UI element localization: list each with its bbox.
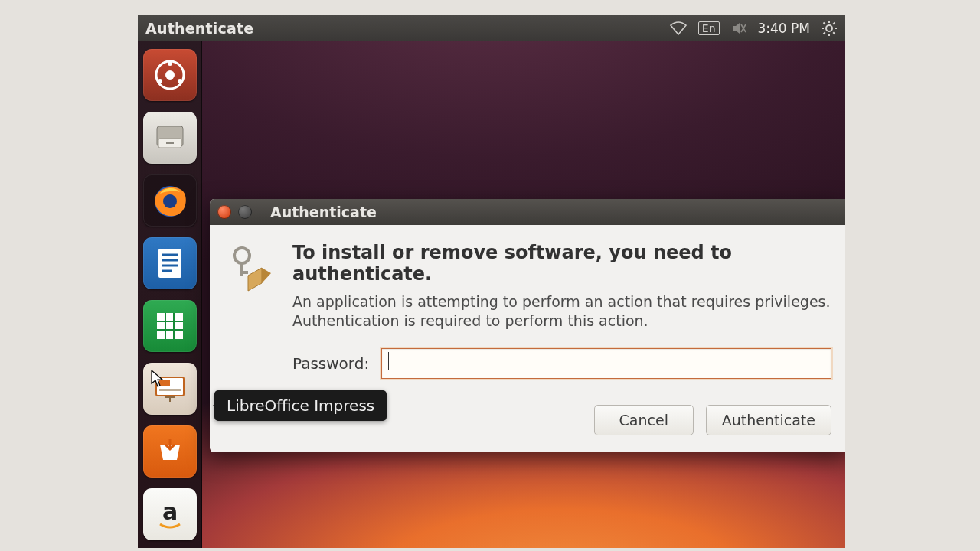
clock[interactable]: 3:40 PM: [758, 21, 811, 36]
svg-point-13: [158, 79, 162, 83]
amazon-icon[interactable]: a: [143, 488, 197, 540]
svg-point-2: [826, 25, 832, 31]
svg-point-14: [178, 79, 182, 83]
keyboard-indicator[interactable]: En: [698, 21, 720, 35]
svg-rect-18: [166, 142, 174, 144]
software-center-icon[interactable]: [143, 425, 197, 478]
dash-icon[interactable]: [143, 49, 197, 101]
password-input[interactable]: [381, 348, 831, 379]
authenticate-button[interactable]: Authenticate: [706, 405, 831, 435]
dialog-heading: To install or remove software, you need …: [292, 242, 831, 285]
writer-icon[interactable]: [143, 237, 197, 289]
svg-line-7: [824, 23, 825, 24]
launcher-tooltip: LibreOffice Impress: [214, 390, 387, 421]
files-icon[interactable]: [143, 112, 197, 164]
svg-rect-26: [157, 313, 183, 339]
minimize-icon[interactable]: [238, 205, 252, 219]
dialog-titlebar[interactable]: Authenticate: [210, 199, 845, 225]
svg-point-15: [165, 70, 175, 80]
firefox-icon[interactable]: [143, 174, 197, 227]
svg-line-10: [824, 32, 825, 34]
cursor-icon: [151, 370, 165, 388]
password-label: Password:: [292, 354, 369, 373]
unity-launcher: a: [138, 41, 202, 548]
gear-icon[interactable]: [821, 20, 838, 37]
svg-text:a: a: [162, 498, 178, 525]
dialog-description: An application is attempting to perform …: [292, 292, 831, 330]
keys-icon: [227, 242, 282, 379]
close-icon[interactable]: [217, 205, 231, 219]
calc-icon[interactable]: [143, 300, 197, 352]
svg-rect-37: [240, 271, 248, 274]
svg-rect-33: [159, 389, 181, 391]
sound-icon[interactable]: [730, 21, 747, 35]
cancel-button[interactable]: Cancel: [594, 405, 694, 435]
svg-rect-21: [158, 249, 181, 278]
svg-point-12: [168, 61, 172, 66]
svg-point-20: [163, 194, 177, 208]
network-icon[interactable]: [669, 21, 688, 36]
svg-line-8: [833, 32, 835, 34]
svg-line-9: [833, 23, 835, 24]
indicator-area: En 3:40 PM: [669, 20, 838, 37]
menubar-title: Authenticate: [145, 20, 253, 37]
top-menubar: Authenticate En 3:40 PM: [138, 15, 845, 41]
svg-point-35: [234, 248, 250, 263]
dialog-title: Authenticate: [270, 204, 377, 220]
